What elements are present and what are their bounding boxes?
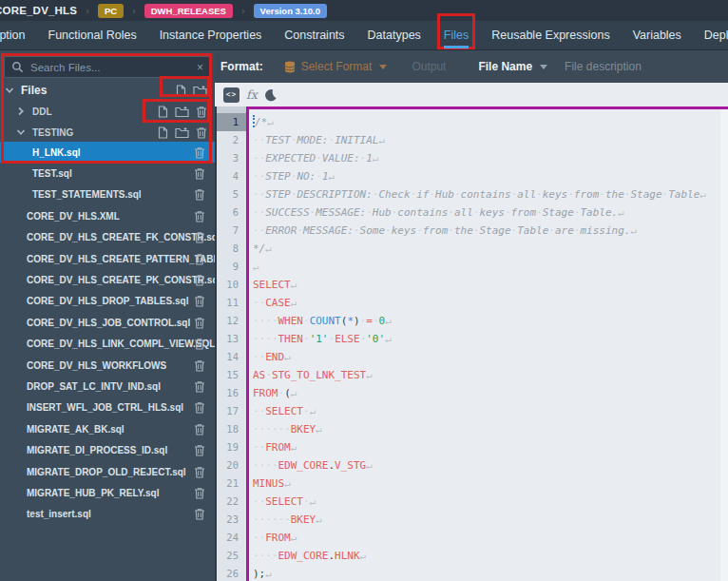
editor-scrollbar[interactable] (720, 109, 728, 581)
code-pane[interactable]: /*↵··TEST·MODE:·INITIAL↵··EXPECTED·VALUE… (246, 107, 728, 581)
code-view-icon[interactable]: <> (223, 87, 239, 103)
file-item-TEST_STATEMENTS.sql[interactable]: TEST_STATEMENTS.sql (0, 184, 215, 205)
line-number: 19 (217, 438, 246, 456)
search-clear-icon[interactable]: × (197, 62, 203, 73)
line-number: 22 (217, 493, 246, 511)
new-folder-icon[interactable] (175, 126, 189, 138)
file-item-CORE_DV_HLS_CREATE_PATTERN_TABLES.sql[interactable]: CORE_DV_HLS_CREATE_PATTERN_TABLES.sql (0, 248, 215, 269)
file-item-CORE_DV_HLS_DROP_TABLES.sql[interactable]: CORE_DV_HLS_DROP_TABLES.sql (0, 291, 215, 312)
file-item-CORE_DV_HLS_JOB_CONTROL.sql[interactable]: CORE_DV_HLS_JOB_CONTROL.sql (0, 312, 215, 333)
trash-icon[interactable] (194, 274, 205, 286)
file-item-CORE_DV_HLS_CREATE_PK_CONSTR.sql[interactable]: CORE_DV_HLS_CREATE_PK_CONSTR.sql (0, 269, 215, 290)
select-format-dropdown[interactable]: Select Format (284, 60, 388, 73)
trash-icon[interactable] (194, 317, 205, 329)
output-button[interactable]: Output (412, 60, 446, 73)
code-line: ··SELECT·↵ (253, 493, 728, 511)
file-item-H_LNK.sql[interactable]: H_LNK.sql (0, 142, 215, 163)
tree-item-files[interactable]: Files (0, 80, 215, 101)
tab-files[interactable]: Files (444, 21, 469, 50)
trash-icon[interactable] (194, 423, 205, 436)
chevron-down-icon[interactable] (5, 86, 14, 95)
code-line: FROM·(↵ (253, 384, 728, 402)
tab-reusable-expressions[interactable]: Reusable Expressions (491, 21, 609, 50)
new-file-icon[interactable] (158, 106, 168, 118)
new-folder-icon[interactable] (193, 85, 207, 96)
new-file-icon[interactable] (158, 126, 168, 139)
trash-icon[interactable] (194, 466, 205, 478)
file-item-label: CORE_DV_HLS_CREATE_FK_CONSTR.sql (27, 232, 220, 242)
file-item-TEST.sql[interactable]: TEST.sql (0, 163, 215, 184)
breadcrumb-badge[interactable]: Version 3.10.0 (254, 4, 327, 18)
search-input[interactable] (30, 62, 190, 73)
trash-icon[interactable] (194, 231, 205, 243)
file-item-CORE_DV_HLS_LINK_COMPL_VIEW.SQL[interactable]: CORE_DV_HLS_LINK_COMPL_VIEW.SQL (0, 334, 215, 355)
format-bar: Format: Select Format Output File Name (215, 50, 728, 83)
trash-icon[interactable] (194, 508, 205, 520)
trash-icon[interactable] (194, 188, 205, 201)
code-line: ····WHEN·COUNT(*)·=·0↵ (253, 312, 728, 330)
breadcrumb-separator-icon: › (132, 5, 136, 16)
trash-icon[interactable] (194, 338, 205, 350)
file-item-label: MIGRATE_HUB_PK_RELY.sql (27, 488, 159, 498)
breadcrumb-root[interactable]: CORE_DV_HLS (0, 5, 77, 16)
row-actions (194, 461, 205, 482)
tab-deployments[interactable]: Deployments (704, 21, 728, 50)
trash-icon[interactable] (194, 210, 205, 223)
chevron-down-icon[interactable] (16, 127, 26, 137)
chevron-right-icon[interactable] (16, 107, 26, 116)
file-item-CORE_DV_HLS_WORKFLOWS[interactable]: CORE_DV_HLS_WORKFLOWS (0, 355, 215, 376)
tab-datatypes[interactable]: Datatypes (368, 21, 421, 50)
code-editor[interactable]: 1234567891011121314151617181920212223242… (215, 107, 728, 581)
trash-icon[interactable] (194, 487, 205, 499)
function-icon[interactable]: fx (246, 87, 258, 102)
breadcrumb-badge[interactable]: DWH_RELEASES (144, 4, 233, 18)
trash-icon[interactable] (194, 253, 205, 265)
trash-icon[interactable] (196, 126, 207, 139)
file-item-CORE_DV_HLS.XML[interactable]: CORE_DV_HLS.XML (0, 205, 215, 226)
line-number: 20 (217, 456, 246, 474)
file-description-input[interactable] (565, 60, 728, 73)
row-actions (194, 205, 205, 226)
file-item-test_insert.sql[interactable]: test_insert.sql (0, 504, 215, 525)
line-number: 26 (217, 565, 246, 581)
line-number: 13 (217, 330, 246, 348)
file-item-label: test_insert.sql (27, 509, 91, 519)
file-name-dropdown[interactable]: File Name (478, 60, 547, 73)
file-item-INSERT_WFL_JOB_CTRL_HLS.sql[interactable]: INSERT_WFL_JOB_CTRL_HLS.sql (0, 397, 215, 418)
tab-constraints[interactable]: Constraints (284, 21, 344, 50)
breadcrumb-bar: CORE_DV_HLS ›PC›DWH_RELEASES›Version 3.1… (0, 0, 728, 21)
line-number: 6 (217, 203, 246, 222)
dark-mode-moon-icon[interactable] (264, 88, 278, 102)
search-box: × (4, 56, 211, 78)
trash-icon[interactable] (194, 295, 205, 307)
tree-item-ddl[interactable]: DDL (0, 101, 215, 122)
trash-icon[interactable] (196, 106, 207, 118)
tab-variables[interactable]: Variables (633, 21, 681, 50)
file-item-MIGRATE_HUB_PK_RELY.sql[interactable]: MIGRATE_HUB_PK_RELY.sql (0, 482, 215, 503)
new-file-icon[interactable] (176, 85, 186, 97)
file-item-MIGRATE_AK_BK.sql[interactable]: MIGRATE_AK_BK.sql (0, 418, 215, 439)
file-item-MIGRATE_DROP_OLD_REJECT.sql[interactable]: MIGRATE_DROP_OLD_REJECT.sql (0, 461, 215, 482)
breadcrumb-badge[interactable]: PC (98, 4, 124, 18)
trash-icon[interactable] (194, 401, 205, 414)
tab-bar: DescriptionFunctional RolesInstance Prop… (0, 21, 728, 50)
tab-functional-roles[interactable]: Functional Roles (48, 21, 137, 50)
new-folder-icon[interactable] (175, 106, 189, 117)
trash-icon[interactable] (194, 146, 205, 159)
trash-icon[interactable] (194, 359, 205, 372)
line-number: 21 (217, 474, 246, 493)
tab-instance-properties[interactable]: Instance Properties (160, 21, 262, 50)
code-line: ······BKEY↵ (253, 511, 728, 529)
file-item-MIGRATE_DI_PROCESS_ID.sql[interactable]: MIGRATE_DI_PROCESS_ID.sql (0, 439, 215, 460)
row-actions (176, 80, 207, 101)
file-item-CORE_DV_HLS_CREATE_FK_CONSTR.sql[interactable]: CORE_DV_HLS_CREATE_FK_CONSTR.sql (0, 227, 215, 248)
file-item-DROP_SAT_LC_INTV_IND.sql[interactable]: DROP_SAT_LC_INTV_IND.sql (0, 376, 215, 397)
file-item-label: MIGRATE_AK_BK.sql (27, 424, 125, 435)
trash-icon[interactable] (194, 380, 205, 393)
file-item-label: TEST.sql (32, 168, 72, 179)
line-number: 2 (217, 131, 246, 149)
trash-icon[interactable] (194, 444, 205, 456)
tab-description[interactable]: Description (0, 21, 26, 50)
trash-icon[interactable] (194, 167, 205, 180)
tree-item-testing[interactable]: TESTING (0, 122, 215, 143)
